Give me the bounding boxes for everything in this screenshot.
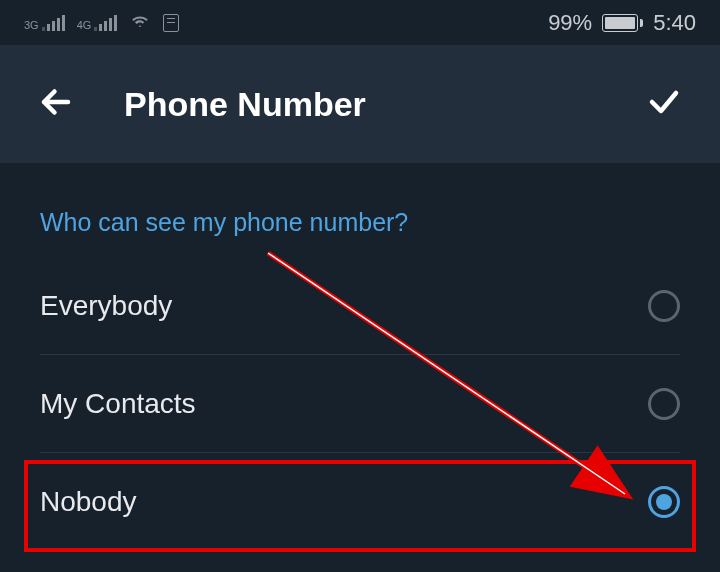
signal-4g: 4G — [77, 15, 118, 31]
signal-bars-icon — [94, 15, 117, 31]
status-left: 3G 4G — [24, 9, 179, 36]
app-bar: Phone Number — [0, 45, 720, 163]
page-title: Phone Number — [124, 85, 596, 124]
option-nobody[interactable]: Nobody — [40, 453, 680, 551]
status-bar: 3G 4G 99% — [0, 0, 720, 45]
status-right: 99% 5:40 — [548, 10, 696, 36]
option-everybody[interactable]: Everybody — [40, 257, 680, 355]
battery-icon — [602, 14, 643, 32]
clock-time: 5:40 — [653, 10, 696, 36]
signal-3g: 3G — [24, 15, 65, 31]
radio-icon-selected — [648, 486, 680, 518]
option-my-contacts[interactable]: My Contacts — [40, 355, 680, 453]
signal-4g-label: 4G — [77, 19, 92, 31]
content: Who can see my phone number? Everybody M… — [0, 163, 720, 551]
confirm-button[interactable] — [646, 84, 682, 124]
radio-icon — [648, 388, 680, 420]
section-title: Who can see my phone number? — [40, 208, 680, 237]
signal-3g-label: 3G — [24, 19, 39, 31]
option-label: Nobody — [40, 486, 137, 518]
option-label: My Contacts — [40, 388, 196, 420]
wifi-icon — [129, 9, 151, 36]
radio-icon — [648, 290, 680, 322]
battery-percent: 99% — [548, 10, 592, 36]
signal-bars-icon — [42, 15, 65, 31]
option-label: Everybody — [40, 290, 172, 322]
back-button[interactable] — [38, 84, 74, 124]
sim-icon — [163, 14, 179, 32]
